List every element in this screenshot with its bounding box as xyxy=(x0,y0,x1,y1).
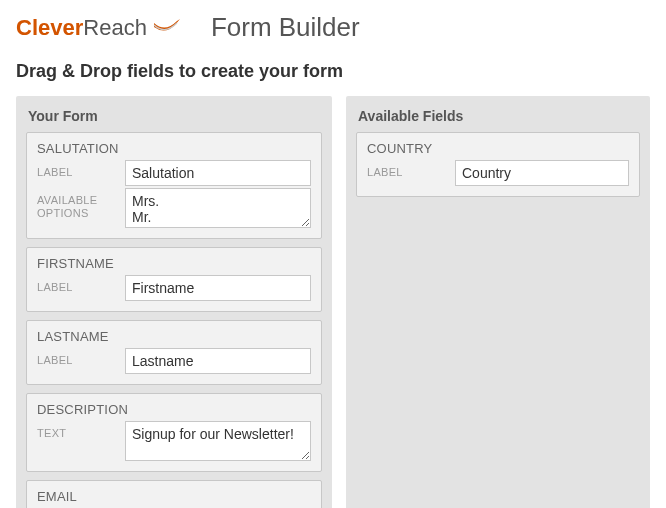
subheading: Drag & Drop fields to create your form xyxy=(0,51,666,96)
field-label-caption: LABEL xyxy=(37,348,115,367)
field-label-caption: LABEL xyxy=(367,160,445,179)
field-card-email[interactable]: EMAIL LABEL xyxy=(26,480,322,508)
salutation-options-textarea[interactable]: Mrs. Mr. xyxy=(125,188,311,228)
field-name: EMAIL xyxy=(37,489,311,504)
country-label-input[interactable] xyxy=(455,160,629,186)
your-form-title: Your Form xyxy=(26,106,322,132)
header: CleverReach Form Builder xyxy=(0,0,666,51)
lastname-label-input[interactable] xyxy=(125,348,311,374)
field-card-lastname[interactable]: LASTNAME LABEL xyxy=(26,320,322,385)
logo-swoosh-icon xyxy=(153,17,181,39)
your-form-panel: Your Form SALUTATION LABEL AVAILABLE OPT… xyxy=(16,96,332,508)
field-card-country[interactable]: COUNTRY LABEL xyxy=(356,132,640,197)
field-label-caption: LABEL xyxy=(37,275,115,294)
field-name: LASTNAME xyxy=(37,329,311,344)
salutation-label-input[interactable] xyxy=(125,160,311,186)
logo-reach: Reach xyxy=(83,15,147,40)
available-fields-panel: Available Fields COUNTRY LABEL xyxy=(346,96,650,508)
field-card-salutation[interactable]: SALUTATION LABEL AVAILABLE OPTIONS Mrs. … xyxy=(26,132,322,239)
field-name: COUNTRY xyxy=(367,141,629,156)
page-title: Form Builder xyxy=(211,12,360,43)
available-fields-title: Available Fields xyxy=(356,106,640,132)
logo-clever: Clever xyxy=(16,15,83,40)
field-name: FIRSTNAME xyxy=(37,256,311,271)
logo: CleverReach xyxy=(16,15,181,41)
field-card-description[interactable]: DESCRIPTION TEXT Signup for our Newslett… xyxy=(26,393,322,472)
field-card-firstname[interactable]: FIRSTNAME LABEL xyxy=(26,247,322,312)
field-name: DESCRIPTION xyxy=(37,402,311,417)
description-text-textarea[interactable]: Signup for our Newsletter! xyxy=(125,421,311,461)
columns: Your Form SALUTATION LABEL AVAILABLE OPT… xyxy=(0,96,666,508)
field-label-caption: LABEL xyxy=(37,160,115,179)
field-name: SALUTATION xyxy=(37,141,311,156)
field-text-caption: TEXT xyxy=(37,421,115,440)
field-options-caption: AVAILABLE OPTIONS xyxy=(37,188,115,220)
firstname-label-input[interactable] xyxy=(125,275,311,301)
